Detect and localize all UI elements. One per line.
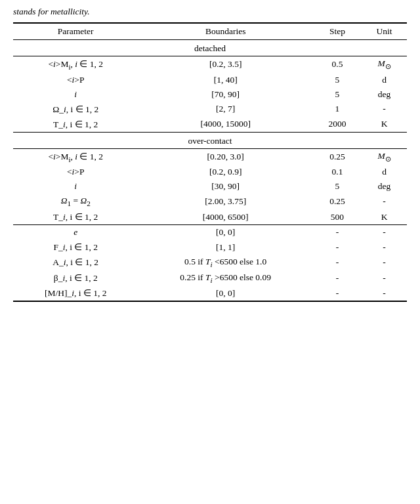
table-row: β_i, i ∈ 1, 2 0.25 if Ti >6500 else 0.09… [13,270,407,286]
intro-text: stands for metallicity. [13,7,407,17]
header-step: Step [313,23,362,40]
header-boundaries: Boundaries [138,23,312,40]
table-row: A_i, i ∈ 1, 2 0.5 if Ti <6500 else 1.0 -… [13,255,407,270]
table-row: <i>Mi, i ∈ 1, 2 [0.2, 3.5] 0.5 M⊙ [13,56,407,73]
table-row: <i>Mi, i ∈ 1, 2 [0.20, 3.0] 0.25 M⊙ [13,148,407,165]
header-unit: Unit [362,23,407,40]
table-row: T_i, i ∈ 1, 2 [4000, 6500] 500 K [13,209,407,225]
table-row: e [0, 0] - - [13,225,407,240]
table-header-row: Parameter Boundaries Step Unit [13,23,407,40]
table-row: T_i, i ∈ 1, 2 [4000, 15000] 2000 K [13,117,407,133]
section-detached-header: detached [13,40,407,56]
table-row: <i>P [0.2, 0.9] 0.1 d [13,165,407,179]
table-row: Ω1 = Ω2 [2.00, 3.75] 0.25 - [13,194,407,209]
section-overcontact-header: over-contact [13,132,407,148]
parameter-table: Parameter Boundaries Step Unit detached … [13,22,407,302]
table-row: i [30, 90] 5 deg [13,179,407,194]
table-row: <i>P [1, 40] 5 d [13,73,407,87]
table-row: Ω_i, i ∈ 1, 2 [2, 7] 1 - [13,102,407,117]
table-row: F_i, i ∈ 1, 2 [1, 1] - - [13,240,407,255]
table-row: [M/H]_i, i ∈ 1, 2 [0, 0] - - [13,285,407,301]
table-row: i [70, 90] 5 deg [13,87,407,102]
header-parameter: Parameter [13,23,138,40]
